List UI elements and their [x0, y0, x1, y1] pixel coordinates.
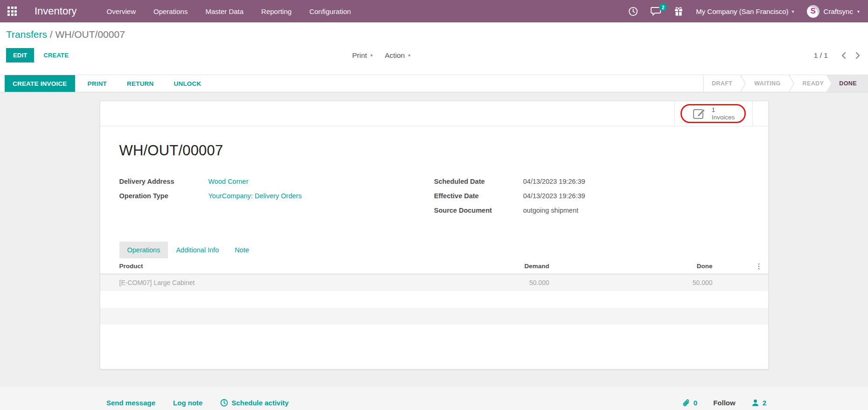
log-note-button[interactable]: Log note: [173, 399, 202, 407]
send-message-button[interactable]: Send message: [106, 399, 155, 407]
table-row[interactable]: [E-COM07] Large Cabinet 50.000 50.000: [100, 274, 768, 291]
form-view-area: 1 Invoices WH/OUT/00007 Delivery Address…: [0, 101, 868, 387]
operations-table: Product Demand Done ⋮ [E-COM07] Large Ca…: [100, 258, 768, 341]
invoice-stat-cell: 1 Invoices: [674, 101, 753, 126]
empty-row: [100, 325, 768, 341]
right-field-group: Scheduled Date 04/13/2023 19:26:39 Effec…: [434, 178, 749, 221]
clock-icon: [220, 399, 228, 407]
message-count-badge: 2: [659, 3, 667, 11]
user-menu[interactable]: S Craftsync ▾: [807, 5, 860, 18]
follow-button[interactable]: Follow: [713, 399, 736, 407]
notebook-tabs: Operations Additional Info Note: [119, 242, 749, 258]
state-ready[interactable]: READY: [795, 75, 832, 92]
cell-demand: 50.000: [428, 279, 549, 286]
state-waiting[interactable]: WAITING: [746, 75, 788, 92]
chevron-right-icon: [789, 75, 795, 92]
chevron-down-icon: ▾: [792, 9, 794, 14]
company-name: My Company (San Francisco): [696, 7, 788, 15]
company-switcher[interactable]: My Company (San Francisco) ▾: [696, 7, 794, 15]
cell-product: [E-COM07] Large Cabinet: [100, 279, 428, 286]
pager-next-button[interactable]: [855, 52, 861, 59]
record-title: WH/OUT/00007: [100, 126, 768, 159]
paperclip-icon: [682, 399, 690, 407]
chevron-right-icon: [740, 75, 746, 92]
activities-clock-icon[interactable]: [628, 7, 638, 16]
chevron-down-icon: ▾: [408, 53, 410, 58]
follower-count: 2: [763, 399, 766, 407]
attachment-count: 0: [694, 399, 697, 407]
attachments-button[interactable]: 0: [682, 399, 697, 407]
table-header: Product Demand Done ⋮: [100, 258, 768, 274]
button-box: 1 Invoices: [100, 101, 768, 126]
unlock-button[interactable]: UNLOCK: [167, 76, 209, 91]
invoice-label: Invoices: [712, 114, 735, 121]
chevron-down-icon: ▾: [857, 9, 860, 14]
effective-date-value: 04/13/2023 19:26:39: [523, 192, 585, 200]
scheduled-date-label: Scheduled Date: [434, 178, 523, 185]
empty-row: [100, 308, 768, 325]
source-document-value: outgoing shipment: [523, 207, 579, 214]
schedule-activity-button[interactable]: Schedule activity: [220, 399, 289, 407]
invoice-count: 1: [712, 106, 735, 114]
operation-type-value[interactable]: YourCompany: Delivery Orders: [208, 192, 302, 200]
column-product[interactable]: Product: [100, 263, 428, 270]
field-groups: Delivery Address Wood Corner Operation T…: [100, 159, 768, 221]
breadcrumb-separator: /: [47, 29, 56, 40]
menu-operations[interactable]: Operations: [153, 7, 187, 15]
messages-icon[interactable]: 2: [651, 7, 661, 16]
invoices-stat-button[interactable]: 1 Invoices: [687, 104, 740, 123]
tab-additional-info[interactable]: Additional Info: [168, 242, 227, 258]
effective-date-label: Effective Date: [434, 192, 523, 200]
apps-menu-button[interactable]: [0, 0, 24, 22]
delivery-address-label: Delivery Address: [119, 178, 208, 185]
apps-grid-icon: [7, 7, 17, 16]
chevron-down-icon: ▾: [370, 53, 373, 58]
empty-row: [100, 291, 768, 308]
user-name: Craftsync: [824, 7, 853, 15]
scheduled-date-value: 04/13/2023 19:26:39: [523, 178, 585, 185]
followers-button[interactable]: 2: [751, 399, 766, 407]
avatar: S: [807, 5, 819, 18]
form-sheet: 1 Invoices WH/OUT/00007 Delivery Address…: [100, 101, 769, 369]
tab-operations[interactable]: Operations: [119, 242, 168, 258]
control-panel: Transfers / WH/OUT/00007 EDIT CREATE Pri…: [0, 22, 868, 75]
pager-counter: 1 / 1: [814, 51, 828, 60]
menu-overview[interactable]: Overview: [107, 7, 136, 15]
column-done[interactable]: Done: [549, 263, 713, 270]
delivery-address-value[interactable]: Wood Corner: [208, 178, 249, 185]
person-icon: [751, 399, 759, 407]
edit-button[interactable]: EDIT: [6, 48, 34, 63]
main-menu-bar: Overview Operations Master Data Reportin…: [107, 7, 351, 15]
print-dropdown[interactable]: Print▾: [352, 51, 373, 60]
state-done[interactable]: DONE: [826, 75, 868, 92]
create-button[interactable]: CREATE: [37, 48, 75, 63]
breadcrumb-transfers[interactable]: Transfers: [6, 29, 47, 40]
gift-icon[interactable]: [674, 7, 683, 16]
edit-note-icon: [692, 107, 706, 120]
breadcrumb-current: WH/OUT/00007: [55, 29, 125, 40]
tab-note[interactable]: Note: [227, 242, 257, 258]
breadcrumb: Transfers / WH/OUT/00007: [6, 29, 861, 40]
menu-configuration[interactable]: Configuration: [309, 7, 351, 15]
column-options-icon[interactable]: ⋮: [713, 262, 768, 271]
pager-previous-button[interactable]: [841, 52, 846, 59]
print-button[interactable]: PRINT: [80, 76, 115, 91]
column-demand[interactable]: Demand: [428, 263, 549, 270]
menu-master-data[interactable]: Master Data: [205, 7, 243, 15]
chatter-bar: Send message Log note Schedule activity …: [0, 387, 868, 410]
app-name: Inventory: [35, 5, 77, 17]
left-field-group: Delivery Address Wood Corner Operation T…: [119, 178, 434, 221]
return-button[interactable]: RETURN: [119, 76, 161, 91]
cell-done: 50.000: [549, 279, 713, 286]
statusbar: CREATE INVOICE PRINT RETURN UNLOCK DRAFT…: [0, 75, 868, 92]
state-draft[interactable]: DRAFT: [704, 75, 740, 92]
status-pipeline: DRAFT WAITING READY DONE: [703, 75, 868, 92]
menu-reporting[interactable]: Reporting: [261, 7, 292, 15]
source-document-label: Source Document: [434, 207, 523, 214]
operation-type-label: Operation Type: [119, 192, 208, 200]
action-dropdown[interactable]: Action▾: [385, 51, 410, 60]
top-navbar: Inventory Overview Operations Master Dat…: [0, 0, 868, 22]
create-invoice-button[interactable]: CREATE INVOICE: [5, 75, 75, 92]
